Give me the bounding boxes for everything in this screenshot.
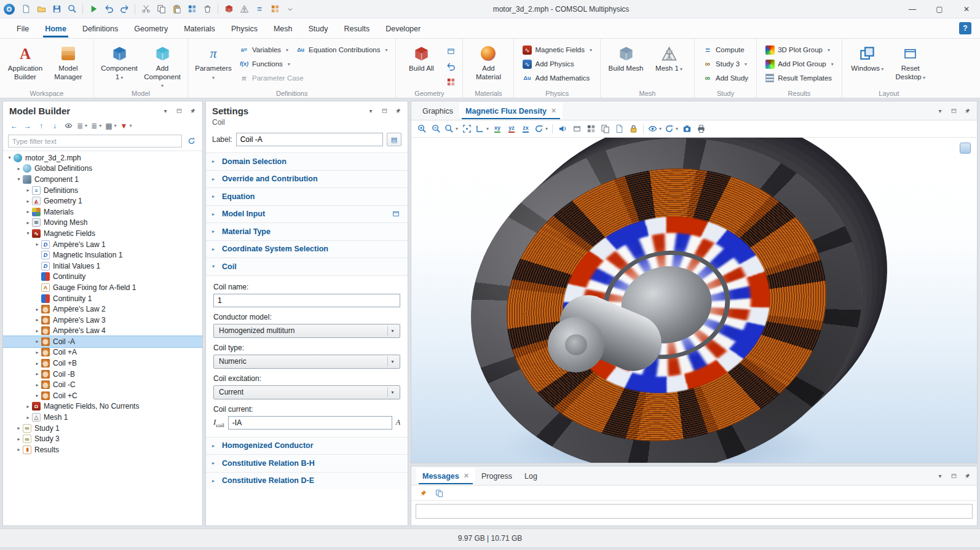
tree-item[interactable]: ▸ Mesh 1: [3, 412, 202, 423]
result-templates-button[interactable]: Result Templates: [762, 72, 837, 84]
lock-view-icon[interactable]: [626, 122, 640, 136]
add-material-button[interactable]: Add Material: [468, 42, 508, 84]
tree-item[interactable]: ▸ Coil +A: [3, 347, 202, 358]
tree-expander-icon[interactable]: ▸: [15, 166, 23, 171]
forward-icon[interactable]: →: [22, 120, 34, 132]
tree-expander-icon[interactable]: ▸: [24, 220, 32, 226]
compute-button[interactable]: = Compute: [700, 44, 751, 56]
graphics-canvas[interactable]: [411, 138, 977, 463]
clipboard-icon[interactable]: [612, 122, 626, 136]
tree-item[interactable]: ▸ Study 3: [3, 433, 202, 444]
reset-desktop-button[interactable]: Reset Desktop: [890, 42, 931, 84]
settings-section-header-coil[interactable]: ▾ Coil: [206, 257, 408, 275]
pin-panel-icon[interactable]: [393, 106, 403, 116]
tree-item[interactable]: ▾ motor_3d_2.mph: [3, 152, 202, 163]
view-zx-plane-icon[interactable]: zx: [519, 122, 532, 136]
zoom-box-icon[interactable]: [443, 122, 459, 136]
zoom-out-icon[interactable]: [429, 122, 443, 136]
component-button[interactable]: Component 1: [99, 42, 140, 84]
settings-section-header[interactable]: ▸ Domain Selection: [206, 152, 408, 170]
run-icon[interactable]: [87, 2, 100, 16]
view-xy-plane-icon[interactable]: xy: [491, 122, 504, 136]
tree-expander-icon[interactable]: ▸: [24, 187, 32, 193]
menu-item[interactable]: Developer: [377, 20, 429, 37]
update-view-icon[interactable]: [533, 122, 549, 136]
float-panel-icon[interactable]: [379, 106, 389, 116]
close-tab-icon[interactable]: ✕: [464, 472, 469, 480]
menu-item[interactable]: Home: [37, 20, 74, 37]
tree-item[interactable]: Continuity: [3, 272, 202, 283]
duplicate-icon[interactable]: [185, 2, 199, 16]
zoom-in-icon[interactable]: [415, 122, 429, 136]
float-panel-icon[interactable]: [949, 471, 958, 481]
tree-item[interactable]: ▾ Component 1: [3, 174, 202, 185]
tree-item[interactable]: ▸ Ampère's Law 1: [3, 239, 202, 250]
tree-expander-icon[interactable]: ▸: [33, 328, 41, 334]
coil-type-select[interactable]: Numeric ▾: [213, 355, 400, 369]
collapse-panel-icon[interactable]: ▾: [160, 106, 170, 116]
zoom-extents-icon[interactable]: [460, 122, 473, 136]
menu-item[interactable]: Physics: [223, 20, 266, 37]
help-icon[interactable]: ?: [959, 22, 971, 34]
settings-section-header[interactable]: ▸ Coordinate System Selection: [206, 240, 408, 258]
messages-tab[interactable]: Log ✕: [518, 468, 543, 484]
messages-tab[interactable]: Progress ✕: [475, 468, 518, 484]
environment-icon[interactable]: [663, 122, 679, 136]
tree-item[interactable]: Gauge Fixing for A-field 1: [3, 282, 202, 293]
menu-item[interactable]: Materials: [176, 20, 223, 37]
tree-item[interactable]: ▸ Definitions: [3, 185, 202, 196]
menu-item[interactable]: Geometry: [126, 20, 176, 37]
menu-item[interactable]: Definitions: [74, 20, 126, 37]
tree-expander-icon[interactable]: ▸: [15, 425, 23, 431]
model-tree-nodes-icon[interactable]: ▦: [104, 120, 117, 132]
tree-item[interactable]: ▸ Global Definitions: [3, 163, 202, 175]
collapse-panel-icon[interactable]: ▾: [935, 106, 945, 116]
plot-icon[interactable]: [268, 2, 282, 16]
tree-item[interactable]: ▸ Magnetic Fields, No Currents: [3, 401, 202, 412]
study3-button[interactable]: ∞ Study 3: [700, 58, 751, 70]
copy-icon[interactable]: [154, 2, 168, 16]
settings-section-header[interactable]: ▸ Constitutive Relation D-E: [206, 472, 408, 490]
tree-expander-icon[interactable]: ▸: [33, 307, 41, 312]
collapse-panel-icon[interactable]: ▾: [366, 106, 376, 116]
rename-button[interactable]: ▤: [387, 133, 401, 146]
move-down-icon[interactable]: ↓: [49, 120, 61, 132]
settings-section-header[interactable]: ▸ Material Type: [206, 222, 408, 240]
tree-item[interactable]: ▸ Ampère's Law 2: [3, 304, 202, 315]
tree-item[interactable]: ▸ Coil -A: [3, 336, 202, 347]
settings-section-header[interactable]: ▸ Constitutive Relation B-H: [206, 454, 408, 472]
tree-expander-icon[interactable]: ▸: [33, 382, 41, 388]
camera-icon[interactable]: [680, 122, 694, 136]
equation-contributions-button[interactable]: Δu Equation Contributions: [293, 44, 390, 56]
build-all-button[interactable]: Build All: [401, 42, 441, 76]
show-icon[interactable]: [62, 120, 74, 132]
tab-graphics[interactable]: Graphics: [416, 103, 459, 119]
coil-name-input[interactable]: [213, 294, 400, 307]
tree-expander-icon[interactable]: ▸: [24, 404, 32, 409]
variables-button[interactable]: a= Variables: [236, 44, 291, 56]
tree-expander-icon[interactable]: ▾: [15, 176, 23, 182]
tree-item[interactable]: ▸ Ampère's Law 3: [3, 315, 202, 326]
tree-expander-icon[interactable]: ▸: [15, 436, 23, 442]
edit-model-input-icon[interactable]: [390, 209, 401, 219]
redo-icon[interactable]: [117, 2, 131, 16]
search-icon[interactable]: [65, 2, 79, 16]
maximize-button[interactable]: ▢: [926, 0, 953, 18]
copy-messages-icon[interactable]: [432, 486, 446, 500]
tree-item[interactable]: Magnetic Insulation 1: [3, 249, 202, 261]
tree-item[interactable]: ▸ Coil +B: [3, 358, 202, 369]
tree-expander-icon[interactable]: ▸: [33, 393, 41, 398]
save-icon[interactable]: [50, 2, 63, 16]
conductor-model-select[interactable]: Homogenized multiturn ▾: [213, 324, 400, 338]
scene-light-icon[interactable]: [647, 122, 663, 136]
tree-expander-icon[interactable]: ▸: [33, 317, 41, 323]
export-geometry-icon[interactable]: [444, 60, 457, 73]
menu-item[interactable]: Mesh: [266, 20, 301, 37]
add-study-button[interactable]: ∞ Add Study: [700, 72, 751, 84]
transparency-icon[interactable]: [556, 122, 569, 136]
menu-item[interactable]: File: [9, 20, 37, 37]
add-component-button[interactable]: Add Component: [142, 42, 183, 92]
coil-excitation-select[interactable]: Current ▾: [213, 385, 400, 399]
add-physics-button[interactable]: ∿ Add Physics: [519, 58, 595, 70]
float-panel-icon[interactable]: [174, 106, 184, 116]
